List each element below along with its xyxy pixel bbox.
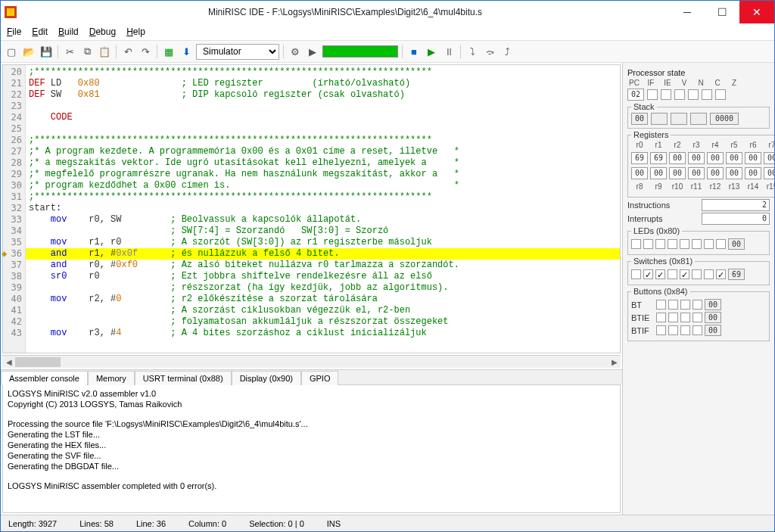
menubar: File Edit Build Debug Help <box>1 23 774 40</box>
registers-group: Registers r0r1r2r3r4r5r6r7 6969000000000… <box>627 130 775 198</box>
app-icon <box>1 6 20 18</box>
instructions-label: Instructions <box>627 201 670 210</box>
tab-display[interactable]: Display (0x90) <box>232 371 301 385</box>
switch-bit[interactable] <box>680 269 689 279</box>
led-bit[interactable] <box>692 239 702 249</box>
copy-icon[interactable]: ⧉ <box>79 44 95 59</box>
code-area[interactable]: ;***************************************… <box>26 65 620 353</box>
led-bit[interactable] <box>668 239 677 249</box>
console-line: LOGSYS MiniRISC assembler completed with… <box>8 481 615 491</box>
target-select[interactable]: Simulator <box>196 44 279 60</box>
flag-if[interactable] <box>647 89 658 100</box>
play-icon[interactable]: ▶ <box>424 44 439 59</box>
step-into-icon[interactable]: ⤵ <box>465 44 480 59</box>
run-target-icon[interactable]: ▶ <box>305 44 320 59</box>
pc-value[interactable]: 02 <box>627 89 644 101</box>
scroll-left-icon[interactable]: ◀ <box>2 356 15 369</box>
led-bit[interactable] <box>716 239 726 249</box>
led-bit[interactable] <box>643 239 653 249</box>
switch-bit[interactable] <box>716 269 726 279</box>
btif-value: 00 <box>705 325 721 336</box>
switch-bit[interactable] <box>655 269 665 279</box>
interrupts-label: Interrupts <box>627 214 662 223</box>
switch-bit[interactable] <box>643 269 653 279</box>
step-out-icon[interactable]: ⤴ <box>500 44 515 59</box>
switch-bit[interactable] <box>692 269 702 279</box>
console-line: Generating the LST file... <box>8 429 615 440</box>
undo-icon[interactable]: ↶ <box>120 44 135 59</box>
config-icon[interactable]: ⚙ <box>288 44 303 59</box>
menu-debug[interactable]: Debug <box>89 26 116 37</box>
progress-bar <box>322 45 398 58</box>
led-bit[interactable] <box>680 239 689 249</box>
window-title: MiniRISC IDE - F:\Logsys\MiniRISC\Exampl… <box>20 7 670 17</box>
switch-bit[interactable] <box>704 269 714 279</box>
cut-icon[interactable]: ✂ <box>62 44 77 59</box>
open-icon[interactable]: 📂 <box>21 44 36 59</box>
status-lines: Lines: 58 <box>79 519 114 528</box>
flag-z[interactable] <box>715 89 726 100</box>
registers-title: Registers <box>631 130 671 139</box>
statusbar: Length: 3927 Lines: 58 Line: 36 Column: … <box>1 515 774 531</box>
bt-label: BT <box>631 300 654 310</box>
scroll-right-icon[interactable]: ▶ <box>608 356 621 369</box>
led-bit[interactable] <box>704 239 714 249</box>
leds-title: LEDs (0x80) <box>631 226 682 235</box>
flag-v[interactable] <box>674 89 685 100</box>
menu-help[interactable]: Help <box>126 26 145 37</box>
instructions-value[interactable]: 2 <box>702 199 770 211</box>
scroll-thumb[interactable] <box>15 357 61 367</box>
console-line: Generating the SVF file... <box>8 450 615 461</box>
menu-build[interactable]: Build <box>58 26 79 37</box>
btif-label: BTIF <box>631 326 654 335</box>
titlebar: MiniRISC IDE - F:\Logsys\MiniRISC\Exampl… <box>1 1 774 23</box>
horizontal-scrollbar[interactable]: ◀ ▶ <box>2 355 621 368</box>
status-selection: Selection: 0 | 0 <box>249 519 304 528</box>
paste-icon[interactable]: 📋 <box>97 44 112 59</box>
led-bit[interactable] <box>655 239 665 249</box>
console-line: Generating the DBGDAT file... <box>8 461 615 471</box>
processor-panel: Processor state PCIFIEVNCZ 02 Stack 0000… <box>623 63 774 515</box>
line-gutter: 2021222324252627282930313233343536373839… <box>3 65 26 353</box>
interrupts-value[interactable]: 0 <box>702 213 770 225</box>
tab-gpio[interactable]: GPIO <box>301 371 339 385</box>
switch-bit[interactable] <box>668 269 677 279</box>
status-length: Length: 3927 <box>8 519 57 528</box>
code-editor[interactable]: 2021222324252627282930313233343536373839… <box>2 64 621 353</box>
download-icon[interactable]: ⬇ <box>179 44 194 59</box>
assembler-console[interactable]: LOGSYS MiniRISC v2.0 assembler v1.0 Copy… <box>2 384 621 513</box>
close-button[interactable]: ✕ <box>739 1 774 23</box>
stop-icon[interactable]: ■ <box>406 44 422 59</box>
flag-ie[interactable] <box>661 89 671 100</box>
switch-bit[interactable] <box>631 269 641 279</box>
maximize-button[interactable]: ☐ <box>705 1 739 23</box>
build-icon[interactable]: ▦ <box>161 44 176 59</box>
tab-memory[interactable]: Memory <box>88 371 135 385</box>
console-line: Processing the source file 'F:\Logsys\Mi… <box>8 418 615 429</box>
tab-assembler-console[interactable]: Assembler console <box>1 371 88 385</box>
buttons-group: Buttons (0x84) BT00 BTIE00 BTIF00 <box>627 287 770 341</box>
step-over-icon[interactable]: ⤼ <box>482 44 497 59</box>
btie-label: BTIE <box>631 313 654 322</box>
stack-group: Stack 000000 <box>627 102 770 129</box>
console-line: Generating the HEX files... <box>8 440 615 450</box>
flag-c[interactable] <box>702 89 712 100</box>
save-icon[interactable]: 💾 <box>39 44 54 59</box>
status-ins: INS <box>327 519 341 528</box>
minimize-button[interactable]: ─ <box>670 1 705 23</box>
switches-title: Switches (0x81) <box>631 257 695 266</box>
buttons-title: Buttons (0x84) <box>631 287 690 296</box>
console-line: LOGSYS MiniRISC v2.0 assembler v1.0 <box>8 388 615 399</box>
led-bit[interactable] <box>631 239 641 249</box>
flag-n[interactable] <box>688 89 699 100</box>
processor-state-title: Processor state <box>627 68 770 77</box>
pause-icon[interactable]: ⏸ <box>441 44 456 59</box>
switches-group: Switches (0x81) 69 <box>627 257 770 285</box>
new-icon[interactable]: ▢ <box>4 44 19 59</box>
bottom-tabs: Assembler console Memory USRT terminal (… <box>1 369 622 384</box>
menu-edit[interactable]: Edit <box>32 26 48 37</box>
status-column: Column: 0 <box>188 519 226 528</box>
menu-file[interactable]: File <box>7 26 21 37</box>
tab-usrt[interactable]: USRT terminal (0x88) <box>135 371 232 385</box>
redo-icon[interactable]: ↷ <box>138 44 153 59</box>
